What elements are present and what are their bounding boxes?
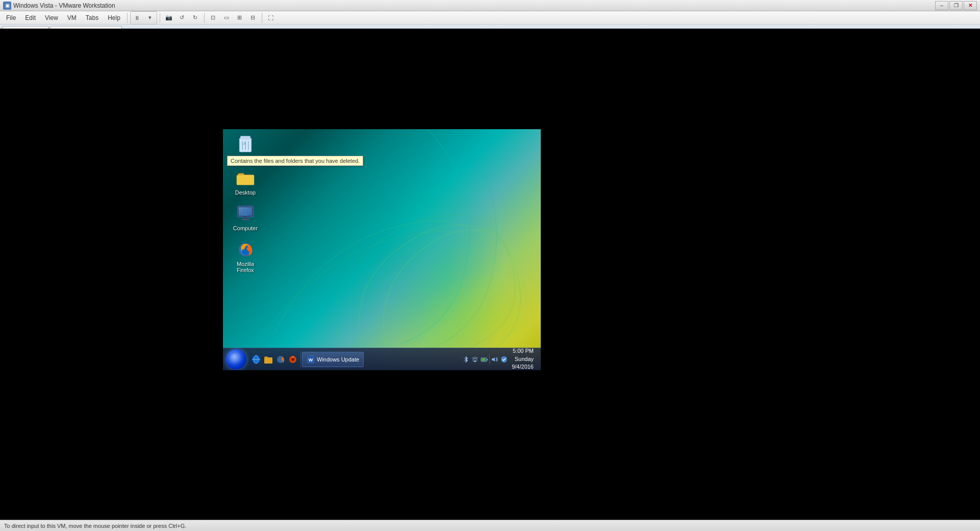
tray-volume-icon[interactable]	[491, 355, 499, 364]
toolbar-separator-1	[127, 13, 128, 23]
desktop-folder-label: Desktop	[235, 189, 256, 196]
restore-button[interactable]: ❐	[949, 1, 963, 10]
system-tray: 5:00 PM Sunday 9/4/2016	[459, 347, 539, 370]
quick-launch-folder[interactable]	[263, 354, 274, 365]
svg-line-25	[464, 359, 466, 361]
tray-security-icon[interactable]	[500, 355, 508, 364]
menubar: File Edit View VM Tabs Help ⏸ ▾ 📷 ↺ ↻ ⊡ …	[0, 11, 980, 25]
quick-launch-media[interactable]	[287, 354, 298, 365]
toolbar-fullscreen-btn[interactable]: ⛶	[265, 12, 277, 23]
tray-time: 5:00 PM	[513, 347, 534, 355]
toolbar-separator-4	[262, 13, 262, 23]
window-title: Windows Vista - VMware Workstation	[13, 2, 935, 9]
firefox-icon	[235, 239, 256, 260]
menu-edit[interactable]: Edit	[21, 13, 40, 23]
menu-help[interactable]: Help	[104, 13, 124, 23]
svg-text:W: W	[309, 357, 313, 363]
toolbar-view4-btn[interactable]: ⊟	[247, 12, 259, 23]
toolbar-forward-btn[interactable]: ↻	[189, 12, 202, 23]
start-orb	[226, 349, 246, 370]
windows-update-label: Windows Update	[317, 356, 359, 363]
computer-label: Computer	[233, 225, 258, 231]
windows-update-icon: W	[307, 355, 315, 364]
firefox-label: Mozilla Firefox	[229, 261, 262, 273]
svg-rect-18	[264, 357, 272, 364]
window-controls: – ❐ ✕	[935, 1, 977, 10]
recycle-bin-icon	[235, 134, 256, 154]
tray-icons	[462, 354, 508, 365]
svg-rect-29	[487, 359, 488, 360]
close-button[interactable]: ✕	[964, 1, 977, 10]
tray-clock[interactable]: 5:00 PM Sunday 9/4/2016	[510, 347, 536, 370]
minimize-button[interactable]: –	[935, 1, 948, 10]
tray-separator	[489, 354, 490, 365]
tray-bluetooth-icon[interactable]	[462, 355, 470, 364]
svg-rect-1	[241, 136, 250, 139]
start-orb-inner	[230, 353, 243, 366]
firefox-desktop-icon[interactable]: Mozilla Firefox	[227, 237, 264, 275]
vm-display[interactable]: Recycle Bin Contains the files and folde…	[223, 129, 541, 370]
toolbar-view2-btn[interactable]: ▭	[220, 12, 233, 23]
tray-date: 9/4/2016	[512, 363, 534, 370]
toolbar-dropdown-btn[interactable]: ▾	[144, 12, 156, 23]
toolbar-group-power: ⏸ ▾	[130, 11, 157, 25]
computer-icon	[235, 204, 256, 224]
tray-network-icon[interactable]	[471, 355, 479, 364]
toolbar-view1-btn[interactable]: ⊡	[207, 12, 219, 23]
quick-launch-ie[interactable]	[250, 354, 262, 365]
toolbar-snapshot-btn[interactable]: 📷	[163, 12, 175, 23]
toolbar-pause-btn[interactable]: ⏸	[131, 12, 143, 23]
svg-line-24	[464, 357, 466, 359]
computer-desktop-icon[interactable]: Computer	[227, 202, 264, 233]
toolbar-view3-btn[interactable]: ⊞	[234, 12, 246, 23]
folder-icon	[235, 168, 256, 188]
recycle-bin-tooltip: Contains the files and folders that you …	[227, 156, 363, 166]
menu-view[interactable]: View	[41, 13, 62, 23]
svg-rect-9	[241, 219, 249, 221]
menu-tabs[interactable]: Tabs	[82, 13, 103, 23]
desktop-folder-icon[interactable]: Desktop	[227, 166, 264, 198]
tray-day: Sunday	[515, 355, 534, 363]
menu-vm[interactable]: VM	[63, 13, 81, 23]
toolbar-separator-3	[204, 13, 205, 23]
quick-launch-firefox[interactable]	[275, 354, 286, 365]
vista-desktop[interactable]: Recycle Bin Contains the files and folde…	[223, 129, 541, 370]
titlebar: ▣ Windows Vista - VMware Workstation – ❐…	[0, 0, 980, 11]
quick-launch	[248, 351, 301, 368]
toolbar-back-btn[interactable]: ↺	[176, 12, 188, 23]
statusbar: To direct input to this VM, move the mou…	[0, 520, 980, 531]
toolbar-separator-2	[160, 13, 160, 23]
statusbar-text: To direct input to this VM, move the mou…	[4, 523, 186, 529]
menu-file[interactable]: File	[2, 13, 20, 23]
tray-power-icon[interactable]	[480, 355, 488, 364]
windows-update-taskbar-btn[interactable]: W Windows Update	[302, 352, 364, 367]
vm-content-area: Recycle Bin Contains the files and folde…	[0, 29, 980, 520]
start-button[interactable]	[225, 348, 247, 371]
svg-rect-26	[474, 360, 476, 362]
svg-rect-30	[482, 358, 486, 361]
app-icon: ▣	[3, 2, 11, 10]
vista-taskbar: W Windows Update	[223, 348, 541, 370]
svg-rect-8	[243, 217, 247, 219]
svg-point-21	[291, 358, 294, 361]
